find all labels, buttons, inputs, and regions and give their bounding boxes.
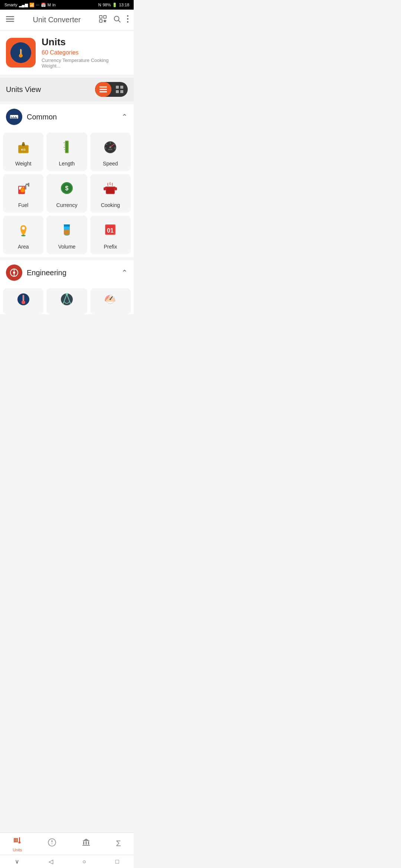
status-right: N 98% 🔋 13:18	[98, 3, 129, 7]
list-view-button[interactable]	[95, 82, 111, 97]
cooking-icon	[102, 180, 118, 198]
currency-label: Currency	[56, 202, 78, 208]
svg-rect-24	[116, 86, 119, 89]
section-engineering-header[interactable]: Engineering ⌃	[0, 260, 134, 285]
app-icon	[6, 38, 36, 68]
currency-item[interactable]: $ Currency	[46, 174, 87, 213]
view-toggle[interactable]	[95, 82, 128, 97]
svg-rect-67	[104, 187, 106, 190]
section-common-header[interactable]: Common ⌃	[0, 104, 134, 129]
app-name: Units	[42, 36, 128, 48]
area-label: Area	[18, 244, 29, 250]
svg-rect-60	[28, 183, 29, 187]
length-item[interactable]: Length	[46, 132, 87, 171]
svg-rect-41	[66, 141, 68, 152]
length-icon	[59, 138, 75, 157]
svg-rect-22	[100, 89, 107, 90]
app-bar: Unit Converter	[0, 10, 134, 30]
svg-point-39	[22, 142, 25, 144]
gmail-icon: M	[48, 3, 51, 7]
svg-point-17	[20, 54, 22, 57]
linkedin-icon: in	[52, 3, 56, 7]
fuel-item[interactable]: Fuel	[3, 174, 43, 213]
common-section-title: Common	[27, 113, 117, 121]
signal-icon: ▂▄▆	[19, 3, 28, 7]
fuel-icon	[15, 180, 32, 198]
svg-point-7	[114, 16, 119, 21]
weight-icon: KG	[15, 138, 32, 157]
grid-view-button[interactable]	[111, 82, 128, 97]
length-label: Length	[59, 161, 75, 167]
speed-label: Speed	[103, 161, 118, 167]
svg-rect-58	[25, 185, 26, 190]
svg-rect-66	[105, 187, 115, 188]
speed-item[interactable]: km/h Speed	[90, 132, 131, 171]
drafting-compass-item[interactable]	[46, 288, 87, 314]
svg-text:km/h: km/h	[108, 148, 113, 151]
status-left: Smarty ▂▄▆ 📶 ··· 📅 M in	[4, 3, 56, 7]
svg-rect-4	[104, 16, 106, 18]
svg-rect-68	[115, 187, 117, 190]
svg-point-9	[127, 15, 128, 17]
time-label: 13:18	[119, 3, 129, 7]
more-button[interactable]	[125, 13, 131, 27]
header-section: Units 60 Categories Currency Temperature…	[0, 30, 134, 75]
app-bar-actions	[97, 13, 131, 27]
svg-point-85	[22, 300, 25, 304]
battery-label: 98%	[102, 3, 111, 7]
svg-rect-0	[6, 16, 14, 17]
svg-rect-5	[100, 20, 102, 22]
weight-label: Weight	[15, 161, 31, 167]
thermometer-item[interactable]	[3, 288, 43, 314]
categories-subtitle: Currency Temperature Cooking Weight...	[42, 57, 128, 69]
svg-text:$: $	[65, 185, 69, 191]
svg-rect-65	[107, 188, 114, 193]
engineering-partial-grid	[0, 285, 134, 314]
menu-button[interactable]	[3, 12, 17, 28]
battery-icon: 🔋	[112, 3, 117, 7]
engineering-section-icon	[6, 264, 22, 281]
prefix-item[interactable]: 01 Prefix	[90, 216, 131, 254]
engineering-gauge-item[interactable]	[90, 288, 131, 314]
units-view-bar: Units View	[0, 78, 134, 101]
svg-point-10	[127, 18, 128, 20]
svg-rect-84	[23, 295, 24, 300]
categories-count: 60 Categories	[42, 49, 128, 56]
engineering-section-title: Engineering	[27, 269, 117, 277]
weight-item[interactable]: KG Weight	[3, 132, 43, 171]
area-item[interactable]: Area	[3, 216, 43, 254]
prefix-label: Prefix	[104, 244, 117, 250]
grid-star-button[interactable]	[97, 13, 109, 27]
svg-rect-15	[20, 49, 21, 54]
engineering-chevron-icon: ⌃	[121, 268, 128, 277]
area-icon	[15, 221, 32, 240]
common-section-icon	[6, 109, 22, 125]
volume-item[interactable]: Volume	[46, 216, 87, 254]
volume-icon	[59, 221, 75, 240]
svg-line-8	[118, 20, 120, 22]
svg-text:KG: KG	[21, 148, 26, 151]
svg-point-71	[21, 235, 26, 236]
svg-point-70	[22, 227, 25, 230]
fuel-label: Fuel	[18, 202, 28, 208]
svg-marker-6	[103, 19, 107, 23]
nfc-icon: N	[98, 3, 101, 7]
prefix-icon: 01	[102, 221, 118, 240]
volume-label: Volume	[58, 244, 76, 250]
app-bar-title: Unit Converter	[17, 16, 97, 24]
section-common: Common ⌃ KG Weight	[0, 104, 134, 257]
cooking-item[interactable]: Cooking	[90, 174, 131, 213]
svg-rect-27	[120, 90, 123, 93]
cooking-label: Cooking	[101, 202, 120, 208]
svg-rect-23	[100, 91, 107, 92]
search-button[interactable]	[111, 13, 123, 27]
svg-point-93	[110, 299, 111, 300]
calendar-icon: 📅	[41, 3, 46, 7]
svg-point-89	[66, 293, 68, 295]
wifi-icon: 📶	[29, 3, 35, 7]
svg-point-54	[110, 147, 111, 148]
status-bar: Smarty ▂▄▆ 📶 ··· 📅 M in N 98% 🔋 13:18	[0, 0, 134, 10]
carrier-label: Smarty	[4, 3, 17, 7]
thermometer-icon-bg	[10, 42, 31, 63]
common-chevron-icon: ⌃	[121, 112, 128, 121]
